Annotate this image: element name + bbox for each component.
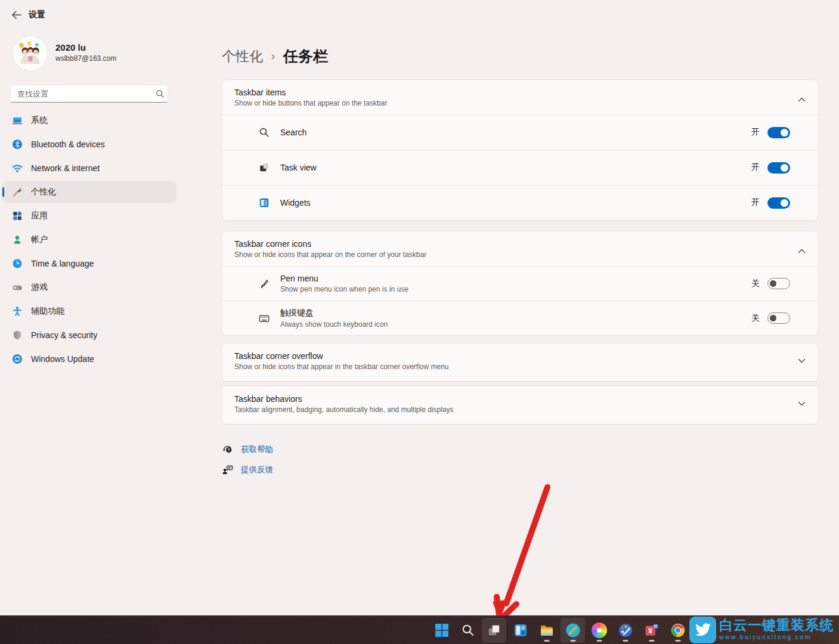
feedback-icon xyxy=(222,464,234,476)
task-view-toggle[interactable] xyxy=(767,162,790,174)
user-name: 2020 lu xyxy=(55,42,86,52)
row-label: Search xyxy=(280,128,307,137)
taskbar-behaviors-card[interactable]: Taskbar behaviors Taskbar alignment, bad… xyxy=(222,386,818,425)
taskbar-yen-app-button[interactable]: ¥ xyxy=(639,618,664,643)
taskbar-corner-icons-card: Taskbar corner icons Show or hide icons … xyxy=(222,231,818,336)
taskbar-file-explorer-button[interactable] xyxy=(534,618,559,643)
accounts-icon xyxy=(12,234,23,245)
watermark: 白云一键重装系统 www.baiyunxitong.com xyxy=(719,617,838,640)
app-title: 设置 xyxy=(29,10,45,20)
sidebar-item-bluetooth-devices[interactable]: Bluetooth & devices xyxy=(2,134,177,155)
taskbar-start-button[interactable] xyxy=(429,618,454,643)
watermark-title: 白云一键重装系统 xyxy=(719,617,838,633)
sidebar-item-privacy-security[interactable]: Privacy & security xyxy=(2,324,177,346)
chevron-up-icon[interactable] xyxy=(797,95,806,104)
sidebar-item-gaming[interactable]: 游戏 xyxy=(2,277,177,298)
toggle-knob xyxy=(781,199,788,207)
sidebar-item-apps[interactable]: 应用 xyxy=(2,205,177,227)
bluetooth-icon xyxy=(12,139,23,150)
card-title: Taskbar behaviors xyxy=(234,394,787,404)
toggle-knob xyxy=(781,164,788,172)
card-subtitle: Taskbar alignment, badging, automaticall… xyxy=(234,405,787,414)
toggle-state-label: 开 xyxy=(751,197,760,208)
taskbar-image-viewer-button[interactable] xyxy=(561,618,585,643)
breadcrumb-parent[interactable]: 个性化 xyxy=(222,47,263,66)
get-help-label: 获取帮助 xyxy=(241,444,273,455)
file-explorer-icon xyxy=(539,623,555,638)
running-indicator xyxy=(570,640,575,642)
card-title: Taskbar corner overflow xyxy=(234,351,787,361)
card-title: Taskbar items xyxy=(234,88,787,97)
search-toggle[interactable] xyxy=(767,127,790,138)
taskbar-corner-overflow-card[interactable]: Taskbar corner overflow Show or hide ico… xyxy=(222,343,818,382)
row-label: 触摸键盘 xyxy=(280,308,388,318)
get-help-link[interactable]: ? 获取帮助 xyxy=(222,444,273,456)
card-subtitle: Show or hide icons that appear on the co… xyxy=(234,250,787,259)
widgets-toggle[interactable] xyxy=(767,197,790,209)
taskbar-search-button[interactable] xyxy=(456,618,480,643)
back-button[interactable] xyxy=(8,7,24,23)
task-view-icon xyxy=(258,162,270,174)
taskbar-paint-palette-button[interactable] xyxy=(613,618,637,643)
search-toggle-row: Search 开 xyxy=(222,114,818,150)
widgets-toggle-row: Widgets 开 xyxy=(222,185,818,220)
sidebar-item-label: Windows Update xyxy=(31,354,94,364)
taskbar-items-header[interactable]: Taskbar items Show or hide buttons that … xyxy=(222,80,818,114)
sidebar-item-accounts[interactable]: 帐户 xyxy=(2,229,177,250)
corner-icons-header[interactable]: Taskbar corner icons Show or hide icons … xyxy=(222,231,818,266)
sidebar-item-label: 应用 xyxy=(31,210,48,221)
taskbar-chrome-button[interactable] xyxy=(665,618,690,643)
sidebar-item-accessibility[interactable]: 辅助功能 xyxy=(2,301,177,322)
widgets-icon xyxy=(258,197,270,209)
row-label: Pen menu xyxy=(280,274,408,283)
toggle-state-label: 开 xyxy=(751,127,760,138)
card-subtitle: Show or hide icons that appear in the ta… xyxy=(234,363,787,371)
sidebar-item-label: Time & language xyxy=(31,259,94,268)
sidebar-item-system[interactable]: 系统 xyxy=(2,110,177,131)
row-label: Task view xyxy=(280,163,317,172)
widgets-icon xyxy=(513,623,528,638)
taskbar-color-wheel-button[interactable] xyxy=(587,618,611,643)
accessibility-icon xyxy=(12,306,23,317)
search-icon[interactable] xyxy=(152,89,168,98)
sidebar-item-label: 个性化 xyxy=(31,187,56,197)
avatar[interactable] xyxy=(13,36,47,70)
taskbar-items-card: Taskbar items Show or hide buttons that … xyxy=(222,79,818,221)
taskbar-widgets-button[interactable] xyxy=(508,618,532,643)
chevron-up-icon[interactable] xyxy=(797,247,806,255)
sidebar-item-label: 帐户 xyxy=(31,234,48,245)
apps-icon xyxy=(12,210,23,221)
keyboard-icon xyxy=(258,312,270,324)
send-feedback-label: 提供反馈 xyxy=(241,465,273,475)
gaming-icon xyxy=(12,282,23,293)
sidebar-item-label: 游戏 xyxy=(31,282,48,293)
sidebar: 系统 Bluetooth & devices Network & interne… xyxy=(2,110,177,372)
image-viewer-app-icon xyxy=(565,623,581,638)
windows-logo-icon xyxy=(434,623,450,638)
color-wheel-app-icon xyxy=(592,623,607,638)
taskbar-task-view-button[interactable] xyxy=(482,618,506,643)
pen-menu-toggle-row: Pen menu Show pen menu icon when pen is … xyxy=(222,266,818,301)
sidebar-item-windows-update[interactable]: Windows Update xyxy=(2,348,177,370)
touch-keyboard-toggle-row: 触摸键盘 Always show touch keyboard icon 关 xyxy=(222,301,818,335)
sidebar-item-personalization[interactable]: 个性化 xyxy=(2,181,177,203)
send-feedback-link[interactable]: 提供反馈 xyxy=(222,464,273,476)
task-view-toggle-row: Task view 开 xyxy=(222,150,818,185)
running-indicator xyxy=(544,640,549,642)
svg-text:¥: ¥ xyxy=(648,626,653,635)
card-subtitle: Show or hide buttons that appear on the … xyxy=(234,99,787,107)
chevron-down-icon[interactable] xyxy=(797,400,806,408)
sidebar-item-time-language[interactable]: Time & language xyxy=(2,253,177,274)
row-label: Widgets xyxy=(280,198,311,208)
pen-icon xyxy=(258,278,270,290)
settings-search-box[interactable] xyxy=(10,85,168,103)
toggle-knob xyxy=(781,129,788,137)
toggle-state-label: 关 xyxy=(751,278,760,289)
paint-palette-app-icon xyxy=(618,623,633,638)
search-input[interactable] xyxy=(11,89,152,98)
toggle-knob xyxy=(770,315,776,321)
pen-menu-toggle[interactable] xyxy=(767,278,790,289)
chevron-down-icon[interactable] xyxy=(797,357,806,365)
sidebar-item-network-internet[interactable]: Network & internet xyxy=(2,157,177,179)
touch-keyboard-toggle[interactable] xyxy=(767,312,790,324)
